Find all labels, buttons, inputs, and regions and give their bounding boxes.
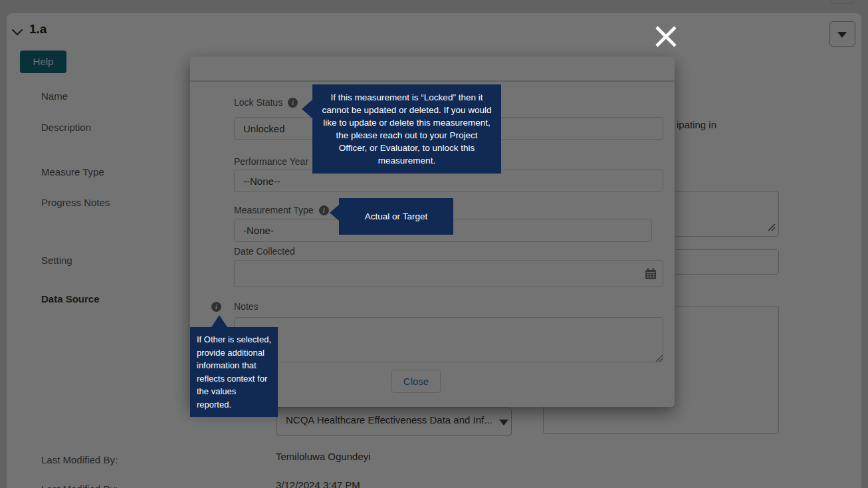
notes-tooltip: If Other is selected, provide additional… — [190, 327, 278, 417]
measurement-type-tooltip-text: Actual or Target — [365, 210, 427, 223]
screen: 1.a Help Name Description Measure Type P… — [0, 0, 868, 488]
notes-tooltip-text: If Other is selected, provide additional… — [197, 334, 271, 410]
tooltip-arrow-left-icon — [302, 100, 312, 118]
measurement-type-tooltip: Actual or Target — [339, 198, 453, 235]
close-icon[interactable] — [654, 25, 678, 49]
tooltip-arrow-left-icon — [330, 205, 339, 221]
lock-status-tooltip: If this measurement is “Locked” then it … — [312, 84, 501, 174]
lock-status-tooltip-text: If this measurement is “Locked” then it … — [322, 92, 491, 166]
modal-backdrop — [0, 0, 868, 488]
tooltip-arrow-up-icon — [211, 315, 227, 327]
